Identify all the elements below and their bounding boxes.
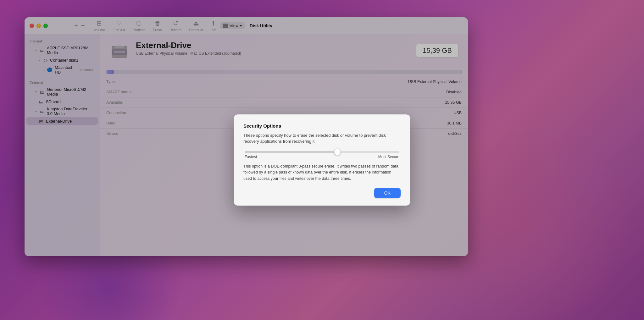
slider-label-most-secure: Most Secure (378, 155, 399, 159)
slider-container[interactable]: Fastest Most Secure (243, 151, 401, 159)
dialog-overlay: Security Options These options specify h… (0, 0, 644, 320)
slider-thumb[interactable] (334, 149, 341, 155)
dialog-title: Security Options (243, 123, 401, 129)
ok-button[interactable]: OK (374, 188, 401, 198)
slider-label-fastest: Fastest (245, 155, 257, 159)
slider-description: This option is a DOE-compliant 3-pass se… (243, 163, 401, 182)
security-options-dialog: Security Options These options specify h… (234, 114, 410, 206)
slider-labels: Fastest Most Secure (245, 155, 399, 159)
slider-track[interactable] (245, 151, 399, 153)
dialog-description: These options specify how to erase the s… (243, 132, 401, 145)
dialog-buttons: OK (243, 188, 401, 198)
slider-fill (245, 151, 337, 153)
